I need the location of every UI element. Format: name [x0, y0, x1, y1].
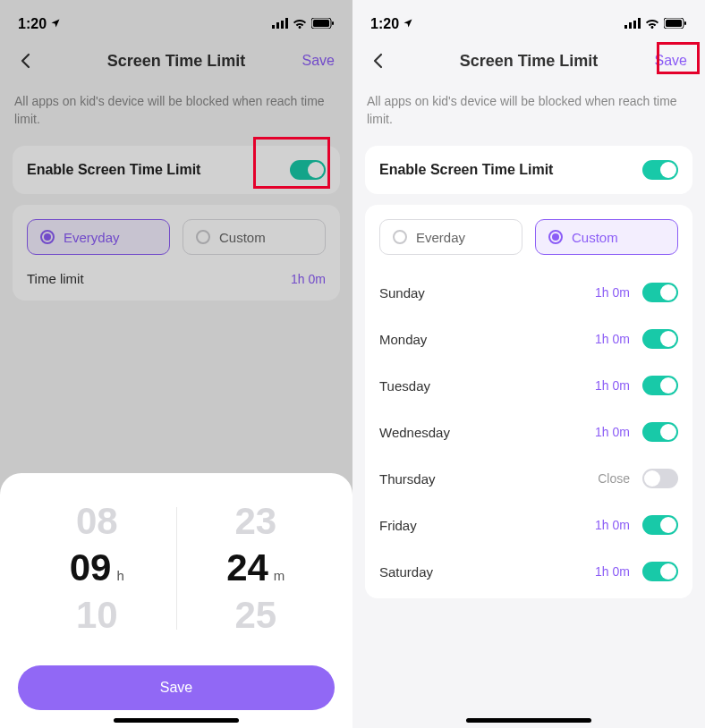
svg-rect-7 — [624, 25, 627, 29]
battery-icon — [664, 16, 687, 32]
save-button[interactable]: Save — [299, 51, 338, 71]
day-row-wednesday[interactable]: Wednesday1h 0m — [379, 409, 678, 455]
picker-hour-prev: 08 — [76, 498, 118, 546]
home-indicator[interactable] — [466, 718, 591, 723]
day-name: Sunday — [379, 285, 425, 301]
status-bar: 1:20 — [352, 0, 705, 39]
picker-min-prev: 23 — [234, 498, 276, 546]
svg-rect-9 — [633, 21, 636, 29]
tab-label-custom: Custom — [219, 230, 266, 245]
status-time: 1:20 — [18, 16, 47, 32]
enable-label: Enable Screen Time Limit — [27, 162, 200, 178]
picker-min-next: 25 — [234, 592, 276, 639]
radio-icon — [196, 230, 210, 244]
picker-min-current: 24 — [226, 545, 268, 592]
signal-icon — [624, 16, 641, 32]
back-button[interactable] — [14, 50, 36, 72]
description-text: All apps on kid's device will be blocked… — [352, 82, 705, 142]
day-value: 1h 0m — [595, 285, 630, 300]
schedule-card: Everyday Custom Time limit 1h 0m — [13, 205, 340, 301]
phone-right: 1:20 Screen Time Limit Save All apps on … — [352, 0, 705, 728]
nav-bar: Screen Time Limit Save — [0, 39, 352, 82]
battery-icon — [311, 16, 335, 32]
svg-rect-8 — [629, 22, 632, 29]
day-row-thursday[interactable]: ThursdayClose — [379, 455, 678, 502]
wifi-icon — [645, 16, 659, 32]
location-icon — [403, 16, 413, 32]
svg-rect-6 — [332, 21, 334, 25]
tab-everyday[interactable]: Everyday — [27, 219, 170, 255]
tab-everyday[interactable]: Everday — [379, 219, 522, 255]
day-value: 1h 0m — [595, 425, 630, 439]
wifi-icon — [293, 16, 307, 32]
day-row-monday[interactable]: Monday1h 0m — [379, 316, 678, 362]
enable-toggle[interactable] — [642, 160, 678, 180]
home-indicator[interactable] — [114, 718, 239, 723]
day-row-saturday[interactable]: Saturday1h 0m — [379, 548, 678, 595]
day-value: 1h 0m — [595, 564, 630, 579]
minute-picker[interactable]: 23 24m 25 — [177, 498, 336, 639]
day-toggle[interactable] — [642, 376, 678, 395]
svg-rect-5 — [313, 20, 329, 27]
svg-rect-10 — [638, 18, 641, 29]
radio-icon — [40, 230, 55, 244]
day-toggle[interactable] — [642, 469, 678, 488]
status-time: 1:20 — [370, 16, 399, 32]
svg-rect-12 — [666, 20, 682, 27]
day-toggle[interactable] — [642, 329, 678, 349]
nav-bar: Screen Time Limit Save — [352, 39, 705, 82]
time-limit-label: Time limit — [27, 271, 84, 286]
day-value: 1h 0m — [595, 518, 630, 532]
sheet-save-button[interactable]: Save — [18, 665, 335, 710]
signal-icon — [272, 16, 288, 32]
tab-custom[interactable]: Custom — [535, 219, 678, 255]
day-value: 1h 0m — [595, 332, 630, 346]
enable-card: Enable Screen Time Limit — [13, 146, 340, 194]
svg-rect-1 — [276, 22, 279, 29]
schedule-card: Everday Custom Sunday1h 0mMonday1h 0mTue… — [365, 205, 692, 598]
svg-rect-3 — [285, 18, 288, 29]
day-row-friday[interactable]: Friday1h 0m — [379, 502, 678, 548]
hour-unit: h — [116, 568, 123, 585]
minute-unit: m — [274, 568, 285, 585]
svg-rect-0 — [272, 25, 275, 29]
day-toggle[interactable] — [642, 283, 678, 302]
radio-icon — [393, 230, 407, 244]
back-button[interactable] — [367, 50, 388, 72]
day-name: Thursday — [379, 471, 436, 487]
time-limit-value: 1h 0m — [291, 272, 326, 286]
hour-picker[interactable]: 08 09h 10 — [18, 498, 176, 639]
tab-label-everyday: Everday — [416, 230, 465, 245]
tab-label-everyday: Everyday — [64, 230, 120, 245]
day-row-sunday[interactable]: Sunday1h 0m — [379, 269, 678, 316]
day-name: Monday — [379, 332, 427, 347]
time-picker-sheet: 08 09h 10 23 24m 25 Save — [0, 473, 352, 729]
radio-icon — [548, 230, 563, 244]
phone-left: 1:20 Screen Time Limit Save All apps on … — [0, 0, 352, 728]
day-toggle[interactable] — [642, 422, 678, 442]
day-value: Close — [598, 471, 630, 486]
day-toggle[interactable] — [642, 515, 678, 535]
enable-card: Enable Screen Time Limit — [365, 146, 692, 194]
enable-label: Enable Screen Time Limit — [379, 162, 553, 178]
svg-rect-2 — [281, 21, 284, 29]
tab-custom[interactable]: Custom — [183, 219, 326, 255]
day-name: Tuesday — [379, 378, 430, 394]
day-row-tuesday[interactable]: Tuesday1h 0m — [379, 362, 678, 409]
day-value: 1h 0m — [595, 378, 630, 393]
location-icon — [50, 16, 61, 32]
svg-rect-13 — [684, 21, 686, 25]
status-bar: 1:20 — [0, 0, 352, 39]
day-name: Friday — [379, 518, 417, 533]
tab-label-custom: Custom — [572, 230, 618, 245]
save-button[interactable]: Save — [651, 51, 691, 71]
description-text: All apps on kid's device will be blocked… — [0, 82, 352, 142]
time-limit-row[interactable]: Time limit 1h 0m — [27, 262, 326, 286]
day-name: Saturday — [379, 564, 433, 580]
picker-hour-current: 09 — [70, 545, 112, 592]
day-name: Wednesday — [379, 425, 450, 440]
enable-toggle[interactable] — [290, 160, 326, 180]
picker-hour-next: 10 — [76, 592, 118, 639]
day-toggle[interactable] — [642, 562, 678, 581]
